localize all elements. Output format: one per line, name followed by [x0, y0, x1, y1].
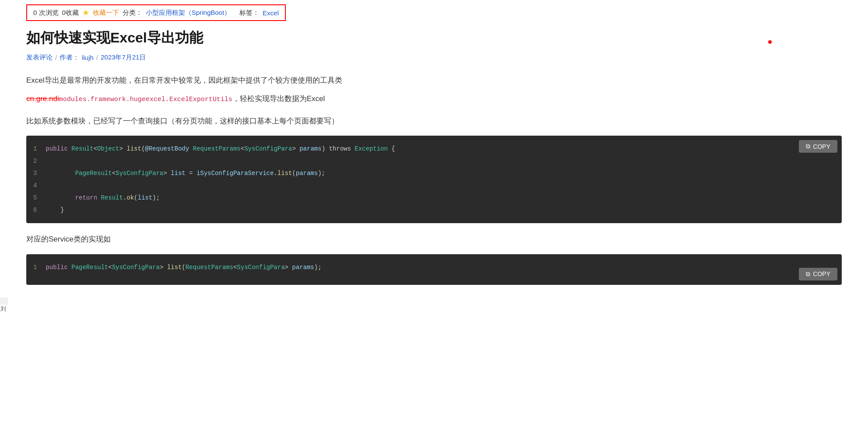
- article-meta: 发表评论 / 作者： liujh / 2023年7月21日: [26, 53, 842, 62]
- redacted-text: cn.gre.ndi: [26, 95, 59, 103]
- copy-button-1[interactable]: ⧉ COPY: [799, 140, 837, 153]
- comment-link[interactable]: 发表评论: [26, 53, 53, 62]
- favorites-count: 0收藏: [62, 9, 79, 17]
- page-wrapper: 0 次浏览 0收藏 ★ 收藏一下 分类： 小型应用框架（SpringBoot） …: [0, 0, 868, 424]
- code-content-2: public PageResult<SysConfigPara> list(Re…: [42, 261, 842, 273]
- line-numbers-1: 1 2 3 4 5 6: [26, 143, 42, 216]
- line-numbers-2: 1: [26, 261, 42, 273]
- copy-icon-1: ⧉: [806, 143, 810, 150]
- meta-sep1: /: [55, 54, 57, 61]
- category-link[interactable]: 小型应用框架（SpringBoot）: [146, 9, 231, 17]
- tag-link[interactable]: Excel: [263, 9, 279, 17]
- code-content-1: public Result<Object> list(@RequestBody …: [42, 143, 842, 216]
- section-text-service: 对应的Service类的实现如: [26, 233, 842, 246]
- left-float-label: 刘: [0, 298, 8, 305]
- inline-code-path: modules.framework.hugeexcel.ExcelExportU…: [59, 96, 232, 103]
- copy-button-2[interactable]: ⧉ COPY: [799, 268, 837, 280]
- star-icon: ★: [82, 8, 89, 18]
- article-title: 如何快速实现Excel导出功能: [26, 29, 842, 47]
- publish-date: 2023年7月21日: [101, 53, 146, 62]
- tag-prefix: 标签：: [239, 9, 259, 17]
- copy-icon-2: ⧉: [806, 270, 810, 278]
- red-dot-decoration: [768, 40, 772, 44]
- code-block-2: 1 public PageResult<SysConfigPara> list(…: [26, 254, 842, 285]
- code-block-1-inner: 1 2 3 4 5 6 public Result<Object> list(@…: [26, 136, 842, 223]
- author-prefix: 作者：: [60, 53, 79, 62]
- code-block-1: 1 2 3 4 5 6 public Result<Object> list(@…: [26, 136, 842, 223]
- body-paragraph-2: cn.gre.ndimodules.framework.hugeexcel.Ex…: [26, 92, 842, 106]
- meta-sep2: /: [96, 54, 98, 61]
- body-paragraph-3: 比如系统参数模块，已经写了一个查询接口（有分页功能，这样的接口基本上每个页面都要…: [26, 115, 842, 128]
- body-paragraph-1: Excel导出是最常用的开发功能，在日常开发中较常见，因此框架中提供了个较方便使…: [26, 74, 842, 88]
- author-link[interactable]: liujh: [82, 54, 94, 61]
- meta-bar: 0 次浏览 0收藏 ★ 收藏一下 分类： 小型应用框架（SpringBoot） …: [26, 4, 286, 21]
- category-prefix: 分类：: [123, 9, 142, 17]
- views-count: 0 次浏览: [33, 9, 59, 17]
- code-block-2-inner: 1 public PageResult<SysConfigPara> list(…: [26, 254, 842, 280]
- collect-button[interactable]: 收藏一下: [93, 9, 119, 17]
